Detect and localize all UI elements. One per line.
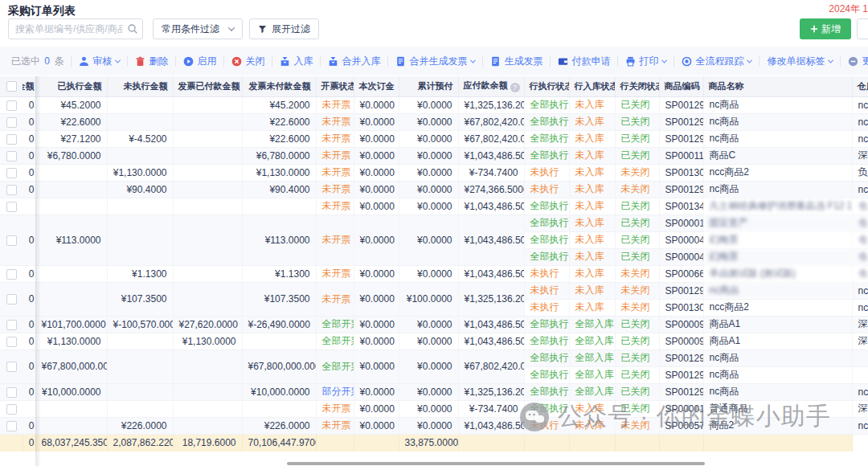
row-checkbox[interactable] <box>6 421 17 431</box>
cell-line-exec-status: 未执行 <box>524 265 569 282</box>
table-row[interactable]: 0¥90.4000¥90.4000未开票¥0.0000¥0.0000¥274,3… <box>0 181 868 198</box>
cell-product-name: ncc商品2 <box>703 299 852 316</box>
cell-deposit: ¥0.0000 <box>354 130 399 147</box>
toolbar-button-6[interactable]: 合并生成发票 <box>395 55 475 68</box>
add-button-label: 新增 <box>821 22 841 36</box>
cell-product-name: 普通商品 <box>703 400 852 417</box>
summary-prepaid: 33,875.0000 <box>399 434 458 452</box>
cell-line-inbound-status: 未入库 <box>569 164 615 181</box>
cell-invoice-status: 未开票 <box>316 400 354 417</box>
toolbar-button-5[interactable]: 合并入库 <box>328 55 380 68</box>
page-title: 采购订单列表 <box>8 4 76 18</box>
table-row[interactable]: 0¥226.0000¥226.0000未开票¥0.0000¥0.0000¥1,0… <box>0 417 868 434</box>
cell-invoice-status: 全部开票 <box>316 333 354 350</box>
table-row[interactable]: 0¥101,700.0000¥-100,570.0000¥27,620.0000… <box>0 316 868 333</box>
toolbar-button-4[interactable]: 入库 <box>280 55 313 68</box>
cell-warehouse: nc <box>852 282 868 299</box>
toolbar-button-11[interactable]: 修改单据标签 <box>767 55 833 68</box>
row-checkbox[interactable] <box>6 168 17 178</box>
row-checkbox[interactable] <box>6 117 17 128</box>
table-row[interactable]: 0¥67,800,000.0000¥67,800,000.0000全部开票¥0.… <box>0 350 868 366</box>
cell-payable-balance: ¥1,043,486.5000 <box>458 333 524 350</box>
cell-product-name: nc商品 <box>703 282 852 299</box>
table-row[interactable]: 0¥10,000.0000¥10,000.0000部分开票¥0.0000¥0.0… <box>0 383 868 400</box>
toolbar-button-7[interactable]: 生成发票 <box>490 55 542 68</box>
select-all-checkbox[interactable] <box>6 81 17 92</box>
cell-prepaid: ¥0.0000 <box>399 147 458 164</box>
clipped-amount-cell <box>23 400 35 417</box>
track-icon <box>682 56 692 67</box>
row-checkbox[interactable] <box>6 320 17 330</box>
table-row[interactable]: 0¥22.6000¥22.6000未开票¥0.0000¥0.0000¥67,80… <box>0 113 868 130</box>
common-filter-select[interactable]: 常用条件过滤 <box>153 18 243 39</box>
cell-invoice-unpaid-amount: ¥90.4000 <box>242 181 316 198</box>
toolbar-button-10[interactable]: 全流程跟踪 <box>682 55 751 68</box>
table-row[interactable]: 0¥27.1200¥-4.5200¥22.6000未开票¥0.0000¥0.00… <box>0 130 868 147</box>
cell-line-close-status: 未关闭 <box>615 181 659 198</box>
toolbar-button-12[interactable]: 更多 <box>848 55 868 68</box>
row-checkbox[interactable] <box>6 387 17 398</box>
row-checkbox[interactable] <box>6 269 17 280</box>
cell-line-inbound-status: 未入库 <box>569 198 615 215</box>
cell-line-close-status: 已关闭 <box>615 333 659 350</box>
table-row[interactable]: 0¥45.2000¥45.2000未开票¥0.0000¥0.0000¥1,325… <box>0 96 868 113</box>
column-header: 仓库 <box>852 76 868 96</box>
cell-prepaid: ¥0.0000 <box>399 198 458 215</box>
cell-payable-balance: ¥67,802,420.0000 <box>458 130 524 147</box>
row-checkbox[interactable] <box>6 235 17 246</box>
row-checkbox[interactable] <box>6 185 17 195</box>
inbound-icon <box>280 56 290 67</box>
close-circle-icon <box>231 56 242 67</box>
toolbar-divider <box>482 55 483 67</box>
row-checkbox[interactable] <box>6 134 17 145</box>
toolbar-button-3[interactable]: 关闭 <box>231 55 264 68</box>
toolbar-button-9[interactable]: 打印 <box>625 55 666 68</box>
cell-invoice-paid-amount <box>173 96 242 113</box>
row-checkbox[interactable] <box>6 362 17 372</box>
cell-product-code: SP00129 <box>659 130 703 147</box>
table-row[interactable]: 0¥107.3500¥107.3500未开票¥0.0000¥100.0000¥1… <box>0 282 868 299</box>
chevron-down-icon <box>828 57 833 63</box>
row-checkbox[interactable] <box>6 337 17 347</box>
toolbar-divider <box>387 55 388 67</box>
cell-line-exec-status: 全部执行 <box>524 147 569 164</box>
cell-product-name: 商品A1 <box>703 316 852 333</box>
cell-line-inbound-status: 全部入库 <box>569 350 615 366</box>
cell-invoice-status: 未开票 <box>316 147 354 164</box>
search-input[interactable] <box>8 18 143 39</box>
row-checkbox[interactable] <box>6 151 17 161</box>
summary-invoice-unpaid-amount: 70,106,447.9700 <box>242 434 316 452</box>
table-row[interactable]: 0¥6,780.0000¥6,780.0000未开票¥0.0000¥0.0000… <box>0 147 868 164</box>
row-checkbox[interactable] <box>6 294 17 305</box>
row-checkbox[interactable] <box>6 404 17 415</box>
cell-deposit: ¥0.0000 <box>354 198 399 215</box>
cell-line-inbound-status: 全部入库 <box>569 316 615 333</box>
table-row[interactable]: 0¥1.1300¥1.1300未开票¥0.0000¥0.0000¥1,043,4… <box>0 265 868 282</box>
cell-executed-amount: ¥113.0000 <box>35 215 107 265</box>
row-checkbox[interactable] <box>6 202 17 212</box>
table-row[interactable]: 未开票¥0.0000¥0.0000¥1,043,486.5000全部执行未入库已… <box>0 198 868 215</box>
cell-deposit: ¥0.0000 <box>354 400 399 417</box>
import-button[interactable]: 引入 <box>857 18 868 39</box>
toolbar-button-2[interactable]: 启用 <box>183 55 216 68</box>
horizontal-scrollbar-thumb[interactable] <box>287 462 705 465</box>
table-row[interactable]: 0¥113.0000¥113.0000未开票¥0.0000¥0.0000¥1,0… <box>0 215 868 231</box>
cell-line-close-status: 未关闭 <box>615 417 659 434</box>
toolbar-button-1[interactable]: 删除 <box>135 55 168 68</box>
clipped-amount-cell <box>23 198 35 215</box>
cell-product-name: nc商品 <box>703 130 852 147</box>
table-row[interactable]: 未开票¥0.0000¥0.0000¥-734.7400全部执行未入库已关闭SP0… <box>0 400 868 417</box>
cell-warehouse <box>852 366 868 383</box>
cell-line-inbound-status: 未入库 <box>569 96 615 113</box>
common-filter-select-value: 常用条件过滤 <box>162 22 219 36</box>
table-row[interactable]: 0¥1,130.0000¥1,130.0000全部开票¥0.0000¥0.000… <box>0 333 868 350</box>
table-row[interactable]: 0¥1,130.0000¥1,130.0000未开票¥0.0000¥0.0000… <box>0 164 868 181</box>
toolbar-button-8[interactable]: 付款申请 <box>558 55 610 68</box>
clipped-amount-cell: 0 <box>23 164 35 181</box>
row-checkbox[interactable] <box>6 100 17 111</box>
trash-icon <box>135 56 145 67</box>
cell-line-exec-status: 全部执行 <box>524 316 569 333</box>
toolbar-button-0[interactable]: 审核 <box>79 55 120 68</box>
add-button[interactable]: 新增 <box>800 18 851 39</box>
expand-filter-button[interactable]: 展开过滤 <box>249 18 319 39</box>
